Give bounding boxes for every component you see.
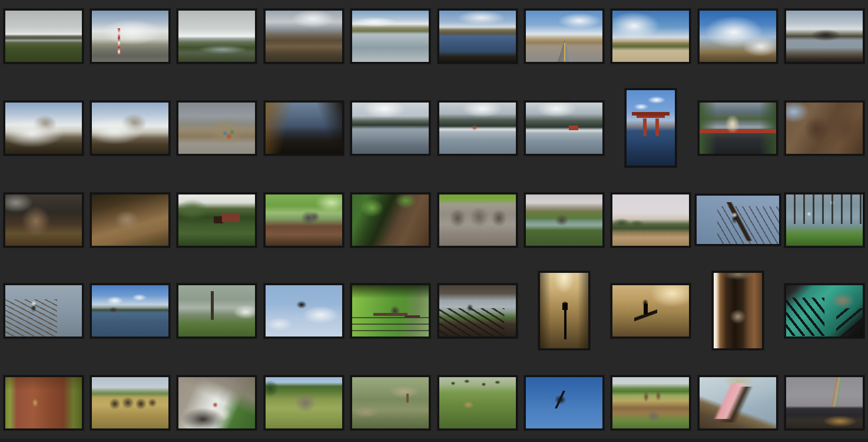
photo-thumbnail-acacia-savanna-haze[interactable]: [611, 193, 691, 248]
photo-cell: [87, 362, 173, 442]
photo-thumbnail-bay-shrine-on-shore[interactable]: [524, 101, 604, 156]
photo-cell: [174, 179, 260, 260]
photo-thumbnail-bay-distant-torii[interactable]: [438, 101, 518, 156]
photo-cell: [781, 362, 868, 442]
photo-cell: [0, 87, 87, 169]
thumbnail-grid: [0, 0, 868, 442]
photo-thumbnail-hilltop-monastery-close[interactable]: [90, 101, 170, 156]
photo-cell: [87, 270, 173, 351]
photo-thumbnail-antelope-in-shade[interactable]: [4, 193, 84, 248]
photo-cell: [608, 270, 694, 351]
photo-cell: [260, 179, 347, 260]
photo-library-grid: { "canvas": { "background": "#282828", "…: [0, 0, 868, 442]
photo-cell: [521, 362, 607, 442]
photo-cell: [694, 87, 781, 169]
photo-cell: [0, 0, 87, 77]
photo-cell: [608, 87, 694, 169]
photo-thumbnail-river-mountain-boats[interactable]: [784, 9, 864, 64]
photo-cell: [781, 0, 868, 77]
photo-thumbnail-flamingo-flock-lakeshore[interactable]: [698, 375, 778, 430]
photo-thumbnail-cheetah-with-flying-birds[interactable]: [438, 375, 518, 430]
photo-thumbnail-raptor-flying-in-sky[interactable]: [264, 283, 344, 338]
photo-cell: [260, 270, 347, 351]
photo-cell: [781, 270, 868, 351]
photo-thumbnail-elephant-in-marsh[interactable]: [524, 193, 604, 248]
photo-cell: [521, 0, 607, 77]
photo-thumbnail-cumulus-over-brown-hills[interactable]: [698, 9, 778, 64]
photo-thumbnail-vulture-by-thatched-hut[interactable]: [177, 375, 257, 430]
photo-thumbnail-hyrax-on-teal-chair[interactable]: [784, 283, 864, 338]
photo-thumbnail-monkeys-on-stone-wall[interactable]: [264, 193, 344, 248]
photo-cell: [608, 0, 694, 77]
photo-cell: [521, 270, 607, 351]
photo-thumbnail-prayer-flag-pole-mountain-pass[interactable]: [90, 9, 170, 64]
photo-thumbnail-hilltop-monastery-clouds[interactable]: [4, 101, 84, 156]
photo-thumbnail-wildebeest-herd-mudflat[interactable]: [438, 193, 518, 248]
photo-thumbnail-dirt-mound-green-leaves[interactable]: [350, 193, 430, 248]
photo-thumbnail-floating-torii-gate[interactable]: [625, 88, 677, 167]
photo-thumbnail-jackal-on-dirt-road[interactable]: [4, 375, 84, 430]
photo-cell: [521, 179, 607, 260]
photo-cell: [347, 362, 434, 442]
photo-cell: [694, 362, 781, 442]
photo-thumbnail-rainbow-over-dark-lake[interactable]: [784, 375, 864, 430]
photo-row-5: [0, 362, 868, 442]
photo-cell: [0, 270, 87, 351]
photo-cell: [174, 362, 260, 442]
photo-cell: [260, 362, 347, 442]
photo-row-2: [0, 87, 868, 169]
photo-cell: [434, 179, 521, 260]
photo-thumbnail-highland-lakeshore-hills[interactable]: [350, 9, 430, 64]
photo-thumbnail-hyrax-in-dry-leaves[interactable]: [90, 193, 170, 248]
photo-cell: [87, 0, 173, 77]
photo-cell: [347, 179, 434, 260]
photo-cell: [434, 270, 521, 351]
photo-thumbnail-birds-on-bare-branches[interactable]: [695, 194, 781, 246]
photo-thumbnail-mani-stones-prayer-flags[interactable]: [177, 101, 257, 156]
photo-thumbnail-vulture-soaring-blue-sky[interactable]: [524, 375, 604, 430]
photo-cell: [0, 362, 87, 442]
photo-thumbnail-cormorants-on-dead-trees[interactable]: [784, 193, 864, 248]
photo-thumbnail-shrine-lantern-red-bridge[interactable]: [698, 101, 778, 156]
photo-cell: [260, 0, 347, 77]
photo-thumbnail-shore-fallen-branches-bird[interactable]: [438, 283, 518, 338]
photo-cell: [434, 87, 521, 169]
photo-thumbnail-blue-lake-brown-mountains[interactable]: [438, 9, 518, 64]
photo-thumbnail-grassland-lake-snow-mountains[interactable]: [4, 9, 84, 64]
photo-cell: [694, 270, 781, 351]
photo-cell: [174, 270, 260, 351]
photo-thumbnail-snow-peaks-wetland[interactable]: [177, 9, 257, 64]
photo-cell: [608, 179, 694, 260]
photo-thumbnail-lake-boats-clouds[interactable]: [90, 283, 170, 338]
photo-cell: [608, 362, 694, 442]
photo-thumbnail-mongoose-standing-grass[interactable]: [350, 375, 430, 430]
photo-cell: [521, 87, 607, 169]
photo-thumbnail-lakeside-trees-grass[interactable]: [177, 283, 257, 338]
photo-cell: [260, 87, 347, 169]
photo-cell: [434, 0, 521, 77]
photo-cell: [694, 179, 781, 260]
photo-cell: [781, 87, 868, 169]
photo-thumbnail-cloudbank-desert-hills-shrubs[interactable]: [611, 9, 691, 64]
photo-thumbnail-topi-on-termite-mound[interactable]: [611, 375, 691, 430]
photo-thumbnail-desert-highway[interactable]: [524, 9, 604, 64]
photo-thumbnail-hyrax-stone-passage[interactable]: [712, 271, 764, 350]
photo-thumbnail-lodge-garden-red-building[interactable]: [177, 193, 257, 248]
photo-thumbnail-terrace-tables-with-bird[interactable]: [350, 283, 430, 338]
photo-cell: [87, 87, 173, 169]
photo-thumbnail-barren-valley-dramatic-clouds[interactable]: [264, 9, 344, 64]
photo-cell: [347, 270, 434, 351]
photo-thumbnail-buffalo-herd-savanna[interactable]: [90, 375, 170, 430]
photo-thumbnail-deer-pair-closeup[interactable]: [784, 101, 864, 156]
photo-thumbnail-elephant-tall-grass[interactable]: [264, 375, 344, 430]
photo-thumbnail-fish-eagle-dead-branches[interactable]: [4, 283, 84, 338]
photo-cell: [347, 87, 434, 169]
photo-cell: [694, 0, 781, 77]
photo-cell: [781, 179, 868, 260]
photo-thumbnail-bay-sunbeams-mountains[interactable]: [350, 101, 430, 156]
photo-thumbnail-cormorant-golden-water[interactable]: [611, 283, 691, 338]
photo-cell: [174, 0, 260, 77]
photo-thumbnail-dark-valley-storm-sky[interactable]: [264, 101, 344, 156]
photo-thumbnail-cormorant-golden-water-portrait[interactable]: [538, 271, 590, 350]
photo-cell: [87, 179, 173, 260]
